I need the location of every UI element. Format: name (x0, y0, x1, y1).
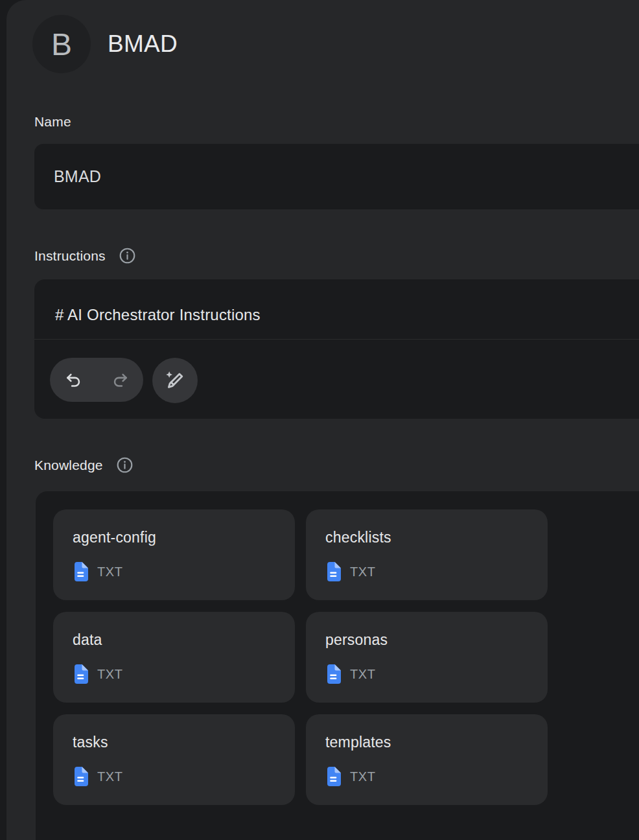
file-name: personas (325, 630, 535, 649)
magic-rewrite-icon (163, 369, 187, 392)
knowledge-file-card[interactable]: agent-config TXT (53, 509, 295, 600)
file-type-badge: TXT (350, 565, 376, 579)
text-file-icon (73, 562, 88, 581)
text-file-icon (325, 562, 341, 581)
instructions-section-header: Instructions (34, 247, 136, 264)
header: B BMAD (32, 15, 178, 73)
text-file-icon (73, 767, 88, 786)
gem-avatar-letter: B (51, 27, 72, 62)
knowledge-file-card[interactable]: data TXT (53, 612, 295, 703)
text-file-icon (325, 664, 341, 684)
undo-icon (64, 371, 83, 390)
name-input[interactable] (34, 144, 639, 209)
knowledge-file-card[interactable]: tasks TXT (53, 714, 295, 805)
knowledge-files-panel: agent-config TXT checklists (36, 491, 639, 840)
file-type-badge: TXT (350, 769, 376, 784)
text-file-icon (73, 664, 88, 684)
undo-button[interactable] (50, 358, 97, 402)
redo-icon (111, 371, 130, 390)
rewrite-button[interactable] (152, 358, 198, 403)
knowledge-file-card[interactable]: templates TXT (306, 714, 548, 805)
gem-avatar: B (32, 15, 91, 73)
gem-editor-panel: B BMAD Name Instructions # AI Orchestrat… (6, 0, 639, 840)
file-type-badge: TXT (97, 565, 123, 579)
text-file-icon (325, 767, 341, 786)
redo-button[interactable] (97, 358, 143, 402)
knowledge-file-card[interactable]: personas TXT (306, 612, 548, 703)
knowledge-file-card[interactable]: checklists TXT (306, 509, 548, 600)
knowledge-label: Knowledge (34, 458, 103, 473)
instructions-content[interactable]: # AI Orchestrator Instructions (55, 305, 633, 325)
undo-redo-group (50, 358, 143, 402)
file-name: checklists (325, 528, 535, 547)
name-section-header: Name (34, 114, 71, 130)
file-type-badge: TXT (97, 769, 123, 784)
info-icon[interactable] (116, 456, 134, 474)
name-label: Name (34, 114, 71, 130)
editor-toolbar (34, 339, 639, 419)
knowledge-section-header: Knowledge (34, 456, 134, 474)
page-title: BMAD (108, 30, 178, 58)
instructions-editor[interactable]: # AI Orchestrator Instructions (34, 279, 639, 419)
file-name: agent-config (73, 528, 282, 547)
instructions-label: Instructions (34, 248, 106, 264)
knowledge-grid: agent-config TXT checklists (53, 509, 548, 805)
file-name: data (73, 630, 282, 649)
info-icon[interactable] (119, 247, 136, 264)
file-type-badge: TXT (97, 667, 123, 682)
file-name: tasks (73, 732, 282, 752)
file-type-badge: TXT (350, 667, 376, 682)
file-name: templates (325, 732, 535, 752)
